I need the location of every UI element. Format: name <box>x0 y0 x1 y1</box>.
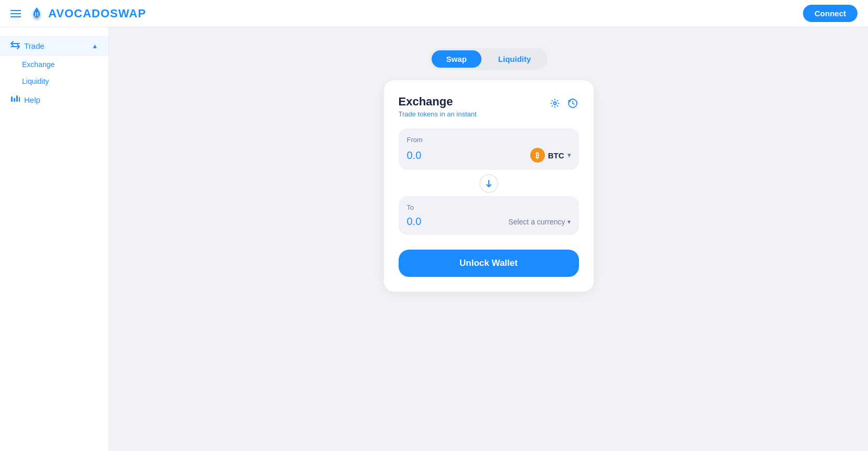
sidebar-trade-label: Trade <box>24 41 45 50</box>
settings-button[interactable] <box>549 97 561 112</box>
svg-rect-7 <box>16 95 18 102</box>
history-icon <box>567 98 578 109</box>
svg-rect-5 <box>11 96 13 102</box>
sidebar-item-liquidity[interactable]: Liquidity <box>0 73 109 90</box>
svg-rect-6 <box>14 98 15 102</box>
from-token-row: 0.0 ₿ BTC ▾ <box>407 148 571 163</box>
menu-icon[interactable] <box>10 10 21 17</box>
sidebar-item-exchange[interactable]: Exchange <box>0 56 109 73</box>
logo-icon <box>28 5 45 22</box>
header-left: AVOCADOSWAP <box>10 5 146 22</box>
to-amount[interactable]: 0.0 <box>407 216 422 228</box>
swap-arrow-container <box>399 174 579 193</box>
sidebar: Trade ▲ Exchange Liquidity Help <box>0 27 109 451</box>
currency-selector-label: Select a currency <box>508 218 565 226</box>
btc-selector[interactable]: ₿ BTC ▾ <box>530 148 571 163</box>
help-icon <box>10 95 20 105</box>
card-icons <box>549 97 579 112</box>
from-token-box: From 0.0 ₿ BTC ▾ <box>399 128 579 170</box>
tab-bar: Swap Liquidity <box>430 48 548 70</box>
currency-selector[interactable]: Select a currency ▾ <box>508 218 570 226</box>
from-label: From <box>407 136 571 144</box>
arrow-down-icon <box>485 179 493 188</box>
logo-text: AVOCADOSWAP <box>48 7 146 20</box>
btc-symbol: ₿ <box>535 151 539 159</box>
btc-icon: ₿ <box>530 148 545 163</box>
svg-rect-8 <box>19 97 20 102</box>
to-token-row: 0.0 Select a currency ▾ <box>407 216 571 228</box>
exchange-card: Exchange Trade tokens in an instant <box>384 80 594 292</box>
card-title: Exchange <box>399 95 477 109</box>
help-label: Help <box>24 95 40 104</box>
exchange-label: Exchange <box>22 60 55 69</box>
sidebar-trade-arrow: ▲ <box>92 42 98 50</box>
swap-direction-button[interactable] <box>479 174 498 193</box>
layout: Trade ▲ Exchange Liquidity Help Swap <box>0 27 868 451</box>
to-label: To <box>407 203 571 211</box>
main-content: Swap Liquidity Exchange Trade tokens in … <box>109 27 868 451</box>
from-amount[interactable]: 0.0 <box>407 149 422 162</box>
btc-chevron-icon: ▾ <box>567 152 571 159</box>
svg-point-9 <box>553 102 556 105</box>
sidebar-item-trade[interactable]: Trade ▲ <box>0 36 109 56</box>
tab-swap[interactable]: Swap <box>432 50 481 68</box>
history-button[interactable] <box>566 97 579 112</box>
card-header: Exchange Trade tokens in an instant <box>399 95 579 118</box>
svg-rect-3 <box>35 12 36 16</box>
liquidity-label: Liquidity <box>22 77 49 85</box>
unlock-wallet-button[interactable]: Unlock Wallet <box>399 250 579 277</box>
header: AVOCADOSWAP Connect <box>0 0 868 27</box>
btc-label: BTC <box>548 151 564 160</box>
sidebar-item-help[interactable]: Help <box>0 90 109 110</box>
connect-button[interactable]: Connect <box>803 5 858 22</box>
to-token-box: To 0.0 Select a currency ▾ <box>399 196 579 235</box>
currency-chevron-icon: ▾ <box>567 218 571 225</box>
trade-icon <box>10 41 20 51</box>
svg-rect-4 <box>37 12 38 16</box>
gear-icon <box>550 98 560 109</box>
card-subtitle: Trade tokens in an instant <box>399 110 477 118</box>
logo: AVOCADOSWAP <box>28 5 146 22</box>
tab-liquidity[interactable]: Liquidity <box>484 50 546 68</box>
card-title-group: Exchange Trade tokens in an instant <box>399 95 477 118</box>
